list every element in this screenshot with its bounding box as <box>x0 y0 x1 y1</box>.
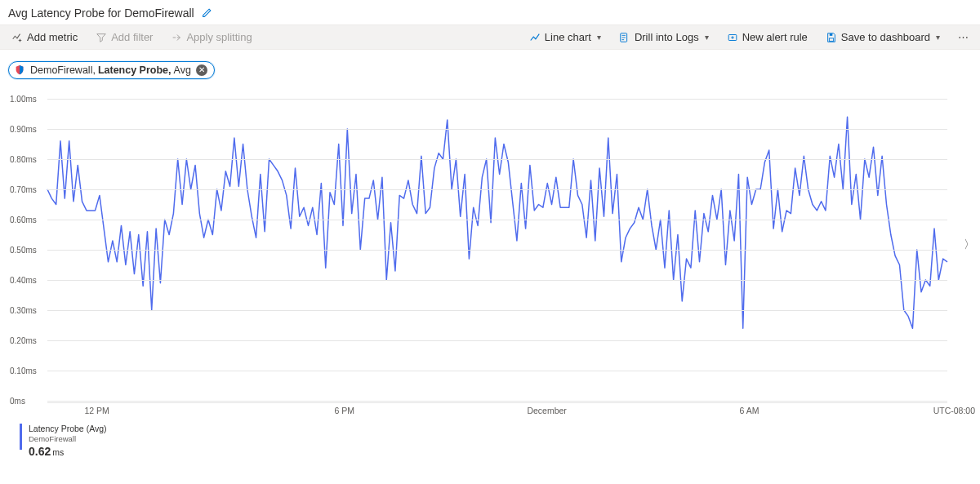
filter-icon <box>96 32 107 43</box>
x-tick-label: 6 AM <box>740 406 760 415</box>
toolbar: Add metric Add filter Apply splitting Li… <box>0 24 980 50</box>
gridline <box>47 159 947 160</box>
gridline <box>47 220 947 220</box>
legend-color-swatch <box>20 424 22 450</box>
timezone-label: UTC-08:00 <box>933 406 975 415</box>
legend-value: 0.62ms <box>29 445 107 460</box>
gridline <box>47 280 947 281</box>
drill-logs-dropdown[interactable]: Drill into Logs ▾ <box>614 29 714 46</box>
firewall-icon <box>14 64 25 76</box>
y-tick-label: 0.90ms <box>10 125 37 134</box>
x-tick-label: December <box>527 406 566 415</box>
y-tick-label: 0.20ms <box>10 336 37 345</box>
edit-title-icon[interactable] <box>201 7 212 19</box>
line-chart-icon <box>529 32 541 43</box>
y-tick-label: 0.40ms <box>10 276 37 285</box>
apply-splitting-button[interactable]: Apply splitting <box>166 29 256 46</box>
legend-resource: DemoFirewall <box>29 434 107 444</box>
chevron-down-icon: ▾ <box>597 33 601 42</box>
alert-icon <box>727 32 738 43</box>
x-tick-label: 6 PM <box>334 406 354 415</box>
save-icon <box>826 32 837 43</box>
gridline <box>47 340 947 341</box>
svg-rect-3 <box>830 33 833 36</box>
plot-area[interactable]: 〉 1.00ms0.90ms0.80ms0.70ms0.60ms0.50ms0.… <box>47 99 947 401</box>
gridline <box>47 250 947 251</box>
svg-rect-2 <box>829 38 833 41</box>
gridline <box>47 401 947 402</box>
legend: Latency Probe (Avg) DemoFirewall 0.62ms <box>0 417 980 460</box>
scroll-right-button[interactable]: 〉 <box>964 238 975 252</box>
y-tick-label: 1.00ms <box>10 95 37 104</box>
y-tick-label: 0.30ms <box>10 306 37 315</box>
add-metric-button[interactable]: Add metric <box>7 29 82 46</box>
split-icon <box>171 32 182 43</box>
chart-type-dropdown[interactable]: Line chart ▾ <box>524 29 606 46</box>
add-filter-button[interactable]: Add filter <box>91 29 158 46</box>
y-tick-label: 0.10ms <box>10 366 37 375</box>
more-menu-button[interactable]: ⋯ <box>953 31 973 43</box>
x-axis: UTC-08:00 12 PM6 PMDecember6 AM <box>47 402 947 417</box>
metric-chip[interactable]: DemoFirewall, Latency Probe, Avg ✕ <box>8 61 215 79</box>
gridline <box>47 371 947 371</box>
save-dashboard-dropdown[interactable]: Save to dashboard ▾ <box>821 29 945 46</box>
chip-resource: DemoFirewall, <box>30 64 96 76</box>
x-tick-label: 12 PM <box>84 406 109 415</box>
chart-area: 〉 1.00ms0.90ms0.80ms0.70ms0.60ms0.50ms0.… <box>0 84 980 417</box>
y-tick-label: 0ms <box>10 397 25 406</box>
logs-icon <box>619 32 630 43</box>
y-tick-label: 0.80ms <box>10 155 37 164</box>
page-title: Avg Latency Probe for DemoFirewall <box>8 7 194 20</box>
chevron-down-icon: ▾ <box>936 33 940 42</box>
gridline <box>47 99 947 100</box>
new-alert-button[interactable]: New alert rule <box>722 29 813 46</box>
y-tick-label: 0.60ms <box>10 215 37 224</box>
legend-series-name: Latency Probe (Avg) <box>29 424 107 434</box>
remove-metric-icon[interactable]: ✕ <box>196 64 207 76</box>
y-tick-label: 0.50ms <box>10 246 37 255</box>
y-tick-label: 0.70ms <box>10 185 37 194</box>
gridline <box>47 189 947 190</box>
chip-metric: Latency Probe, <box>98 64 172 76</box>
sparkle-plus-icon <box>11 32 23 43</box>
chip-agg: Avg <box>174 64 191 76</box>
chevron-down-icon: ▾ <box>705 33 709 42</box>
gridline <box>47 310 947 311</box>
gridline <box>47 129 947 130</box>
